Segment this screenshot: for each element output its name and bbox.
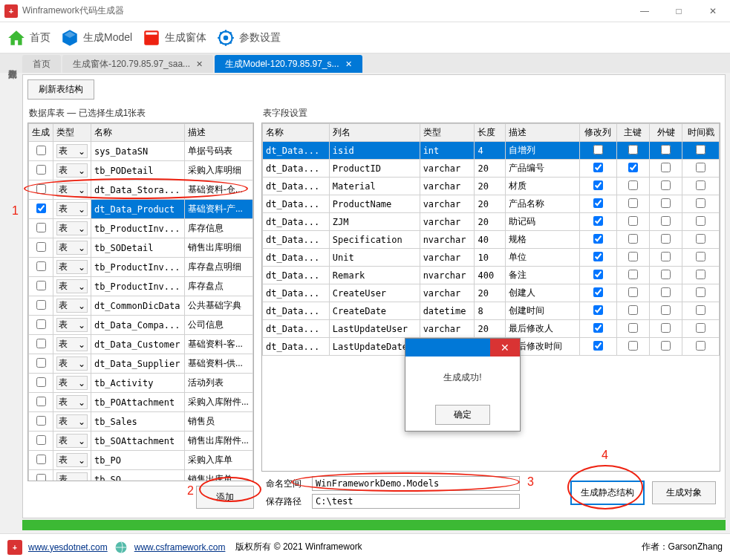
table-row[interactable]: 表⌄dt_CommonDicData公共基础字典 xyxy=(29,296,253,316)
field-checkbox[interactable] xyxy=(696,234,705,244)
tab-gen-model[interactable]: 生成Model-120.79.85.97_s...✕ xyxy=(215,55,362,73)
table-row[interactable]: 表⌄dt_Data_Compa...公司信息 xyxy=(29,316,253,335)
field-checkbox[interactable] xyxy=(661,216,671,226)
field-checkbox[interactable] xyxy=(661,270,671,279)
row-gen-checkbox[interactable] xyxy=(36,474,46,482)
minimize-button[interactable]: — xyxy=(628,0,662,22)
field-checkbox[interactable] xyxy=(628,198,638,208)
row-gen-checkbox[interactable] xyxy=(36,435,46,445)
table-row[interactable]: 表⌄tb_Sales销售员 xyxy=(29,412,253,432)
field-row[interactable]: dt_Data...LastUpdateUservarchar20最后修改人 xyxy=(263,320,720,338)
row-gen-checkbox[interactable] xyxy=(36,165,46,175)
namespace-input[interactable] xyxy=(312,476,520,491)
field-checkbox[interactable] xyxy=(593,180,603,190)
table-row[interactable]: 表⌄dt_Data_Customer基础资料-客... xyxy=(29,335,253,354)
tab-home[interactable]: 首页 xyxy=(22,55,61,73)
field-checkbox[interactable] xyxy=(628,145,638,154)
row-gen-checkbox[interactable] xyxy=(36,455,46,464)
refresh-tables-button[interactable]: 刷新表结构 xyxy=(27,79,94,100)
field-checkbox[interactable] xyxy=(696,216,705,226)
type-dropdown[interactable]: 表⌄ xyxy=(56,260,88,274)
row-gen-checkbox[interactable] xyxy=(36,146,46,155)
field-checkbox[interactable] xyxy=(696,305,705,315)
field-checkbox[interactable] xyxy=(628,163,638,172)
field-checkbox[interactable] xyxy=(593,163,603,172)
field-checkbox[interactable] xyxy=(628,234,638,244)
field-checkbox[interactable] xyxy=(661,163,671,172)
table-row[interactable]: 表⌄tb_POAttachment采购入库附件... xyxy=(29,393,253,412)
type-dropdown[interactable]: 表⌄ xyxy=(56,221,88,235)
field-checkbox[interactable] xyxy=(628,341,638,351)
field-checkbox[interactable] xyxy=(593,341,603,351)
field-row[interactable]: dt_Data...isidint4自增列 xyxy=(263,142,720,160)
table-row[interactable]: 表⌄tb_SODetail销售出库明细 xyxy=(29,238,253,258)
type-dropdown[interactable]: 表⌄ xyxy=(56,414,88,429)
table-row[interactable]: 表⌄tb_PODetail采购入库明细 xyxy=(29,161,253,180)
sidebar-db-list[interactable]: 数据库列表 xyxy=(4,59,20,65)
toolbar-gen-model[interactable]: 生成Model xyxy=(59,27,132,48)
field-row[interactable]: dt_Data...Remarknvarchar400备注 xyxy=(263,267,720,284)
row-gen-checkbox[interactable] xyxy=(36,261,46,271)
field-checkbox[interactable] xyxy=(696,145,705,154)
field-checkbox[interactable] xyxy=(593,270,603,279)
link-csframework[interactable]: www.csframework.com xyxy=(134,542,226,553)
savepath-input[interactable] xyxy=(312,494,520,509)
field-row[interactable]: dt_Data...ZJMvarchar20助记码 xyxy=(263,213,720,231)
row-gen-checkbox[interactable] xyxy=(36,397,46,406)
tab-close-icon[interactable]: ✕ xyxy=(345,59,352,69)
type-dropdown[interactable]: 表⌄ xyxy=(56,472,88,481)
field-checkbox[interactable] xyxy=(593,323,603,333)
field-row[interactable]: dt_Data...CreateDatedatetime8创建时间 xyxy=(263,302,720,320)
field-checkbox[interactable] xyxy=(661,287,671,297)
field-checkbox[interactable] xyxy=(593,145,603,154)
field-checkbox[interactable] xyxy=(696,341,705,351)
field-checkbox[interactable] xyxy=(696,198,705,208)
field-checkbox[interactable] xyxy=(628,270,638,279)
field-checkbox[interactable] xyxy=(661,305,671,315)
field-checkbox[interactable] xyxy=(696,163,705,172)
field-row[interactable]: dt_Data...CreateUservarchar20创建人 xyxy=(263,284,720,302)
dialog-ok-button[interactable]: 确定 xyxy=(435,405,490,425)
field-checkbox[interactable] xyxy=(593,216,603,226)
row-gen-checkbox[interactable] xyxy=(36,377,46,387)
table-row[interactable]: 表⌄tb_SO销售出库单 xyxy=(29,470,253,482)
row-gen-checkbox[interactable] xyxy=(36,319,46,329)
row-gen-checkbox[interactable] xyxy=(36,358,46,368)
type-dropdown[interactable]: 表⌄ xyxy=(56,434,88,448)
field-checkbox[interactable] xyxy=(593,252,603,261)
field-checkbox[interactable] xyxy=(661,323,671,333)
table-row[interactable]: 表⌄tb_ProductInv...库存信息 xyxy=(29,219,253,238)
type-dropdown[interactable]: 表⌄ xyxy=(56,241,88,255)
dialog-close-button[interactable]: ✕ xyxy=(490,339,520,356)
field-checkbox[interactable] xyxy=(628,305,638,315)
gen-object-button[interactable]: 生成对象 xyxy=(652,481,716,504)
toolbar-gen-form[interactable]: 生成窗体 xyxy=(141,27,206,48)
field-checkbox[interactable] xyxy=(696,270,705,279)
field-row[interactable]: dt_Data...Specificationnvarchar40规格 xyxy=(263,231,720,249)
type-dropdown[interactable]: 表⌄ xyxy=(56,356,88,371)
type-dropdown[interactable]: 表⌄ xyxy=(56,453,88,467)
type-dropdown[interactable]: 表⌄ xyxy=(56,395,88,409)
table-row[interactable]: 表⌄dt_Data_Supplier基础资料-供... xyxy=(29,354,253,374)
add-button[interactable]: 添加 xyxy=(196,486,254,509)
field-row[interactable]: dt_Data...ProductNamevarchar20产品名称 xyxy=(263,195,720,213)
table-row[interactable]: 表⌄dt_Data_Product基础资料-产... xyxy=(29,200,253,219)
field-row[interactable]: dt_Data...Materialvarchar20材质 xyxy=(263,178,720,195)
row-gen-checkbox[interactable] xyxy=(36,204,46,213)
tables-grid[interactable]: 生成 类型 名称 描述 表⌄sys_DataSN单据号码表表⌄tb_PODeta… xyxy=(27,123,254,481)
toolbar-home[interactable]: 首页 xyxy=(6,27,50,48)
table-row[interactable]: 表⌄dt_Data_Stora...基础资料-仓... xyxy=(29,180,253,200)
table-row[interactable]: 表⌄tb_Activity活动列表 xyxy=(29,374,253,393)
tab-close-icon[interactable]: ✕ xyxy=(196,59,203,69)
type-dropdown[interactable]: 表⌄ xyxy=(56,183,88,197)
row-gen-checkbox[interactable] xyxy=(36,184,46,194)
field-checkbox[interactable] xyxy=(661,234,671,244)
table-row[interactable]: 表⌄tb_ProductInv...库存盘点明细 xyxy=(29,258,253,277)
table-row[interactable]: 表⌄tb_SOAttachment销售出库附件... xyxy=(29,432,253,451)
field-checkbox[interactable] xyxy=(628,323,638,333)
table-row[interactable]: 表⌄tb_ProductInv...库存盘点 xyxy=(29,277,253,296)
field-checkbox[interactable] xyxy=(661,341,671,351)
tab-gen-form[interactable]: 生成窗体-120.79.85.97_saa...✕ xyxy=(62,55,213,73)
close-button[interactable]: ✕ xyxy=(696,0,730,22)
field-checkbox[interactable] xyxy=(696,287,705,297)
